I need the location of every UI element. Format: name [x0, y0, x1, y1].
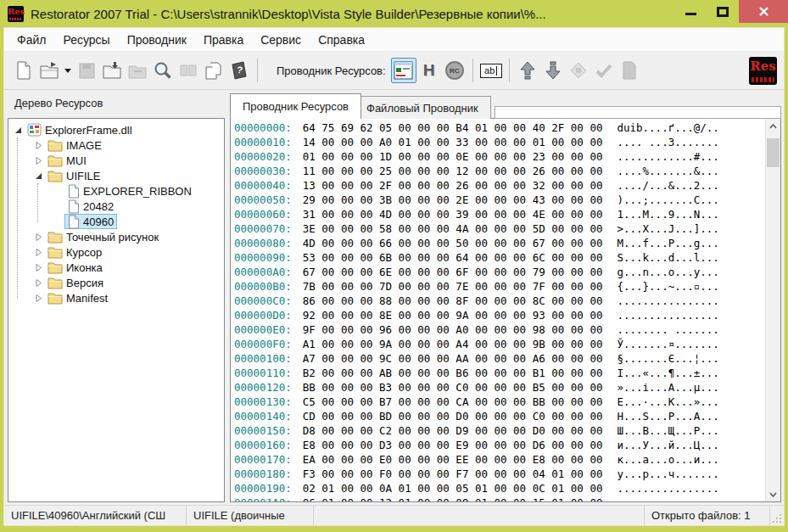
duplicate-button[interactable]	[201, 58, 226, 83]
tree-item-40960[interactable]: 40960	[8, 214, 224, 229]
hex-ascii: M...f...P...g...	[617, 237, 718, 249]
menu-explorer[interactable]: Проводник	[119, 30, 195, 50]
tree-item-иконка[interactable]: Иконка	[8, 260, 224, 275]
resource-tree[interactable]: ExplorerFrame.dllIMAGEMUIUIFILEEXPLORER_…	[8, 118, 225, 502]
rename-button[interactable]: ab	[478, 58, 504, 83]
hex-bytes: A1 00 00 00 9A 00 00 00 A4 00 00 00 9B 0…	[303, 338, 603, 350]
hex-ascii: І...«...¶...±...	[617, 367, 718, 379]
close-button[interactable]	[739, 0, 788, 23]
hex-ascii: Ў.......¤.......	[617, 338, 718, 350]
tree-item-20482[interactable]: 20482	[8, 199, 224, 214]
hex-row: 000000D0:92 00 00 00 8E 00 00 00 9A 00 0…	[234, 308, 763, 322]
open-file-button[interactable]	[36, 58, 62, 83]
file-icon	[619, 60, 640, 81]
tree-item-версия[interactable]: Версия	[8, 275, 224, 290]
duplicate-icon	[204, 60, 224, 81]
tree-item-body[interactable]: Иконка	[44, 260, 106, 275]
hex-bytes: 9F 00 00 00 96 00 00 00 A0 00 00 00 98 0…	[303, 323, 603, 336]
open-file-icon	[39, 60, 59, 81]
new-file-button[interactable]	[11, 58, 36, 83]
hex-address: 00000110:	[234, 367, 292, 379]
tree-item-image[interactable]: IMAGE	[8, 137, 224, 153]
move-up-button[interactable]	[515, 58, 540, 83]
tree-item-body[interactable]: Manifest	[44, 290, 111, 305]
tree-item-курсор[interactable]: Курсор	[8, 244, 224, 260]
menu-help[interactable]: Справка	[310, 30, 373, 50]
collapse-icon[interactable]	[12, 126, 24, 134]
resize-grip[interactable]	[770, 506, 784, 525]
resource-viewer-toggle[interactable]	[391, 58, 416, 83]
expand-icon[interactable]	[32, 249, 44, 256]
app-icon-text: Res	[8, 7, 25, 16]
toolbar-separator	[472, 59, 473, 82]
new-file-icon	[14, 60, 34, 81]
expand-icon[interactable]	[32, 279, 44, 287]
tree-item-body[interactable]: Точечный рисунок	[44, 229, 162, 244]
hex-viewer[interactable]: 00000000:64 75 69 62 05 00 00 00 B4 01 0…	[230, 118, 781, 502]
tree-item-label: 40960	[83, 216, 114, 228]
status-open-files: Открыто файлов: 1	[645, 506, 770, 525]
expand-icon[interactable]	[32, 294, 44, 302]
menu-file[interactable]: Файл	[8, 30, 54, 50]
tree-item-body[interactable]: UIFILE	[44, 168, 103, 183]
scroll-up-button[interactable]	[766, 119, 780, 133]
assign-icon	[127, 60, 148, 81]
status-bar: UIFILE\40960\Английский (СШ UIFILE (двои…	[4, 505, 784, 525]
tree-item-explorerframe-dll[interactable]: ExplorerFrame.dll	[8, 122, 224, 137]
expand-icon[interactable]	[32, 142, 44, 149]
hex-row: 000001A0:06 01 00 00 12 01 00 00 09 01 0…	[234, 496, 763, 501]
tree-item-body[interactable]: Версия	[44, 275, 107, 290]
scroll-down-button[interactable]	[766, 487, 780, 501]
extract-button[interactable]	[99, 58, 125, 83]
tree-item-body[interactable]: ExplorerFrame.dll	[24, 122, 136, 137]
hex-row: 00000130:C5 00 00 00 B7 00 00 00 CA 00 0…	[234, 395, 763, 409]
help-button[interactable]: ?	[226, 58, 252, 83]
hex-address: 00000010:	[234, 136, 292, 148]
expand-icon[interactable]	[32, 233, 44, 241]
maximize-button[interactable]	[707, 0, 739, 23]
tree-item-body[interactable]: IMAGE	[44, 137, 105, 153]
tab-file-explorer[interactable]: Файловый Проводник	[354, 96, 491, 119]
rc-view-button[interactable]: RC	[442, 58, 467, 83]
grab-button	[176, 58, 201, 83]
menu-resources[interactable]: Ресурсы	[54, 30, 118, 50]
hex-row: 00000180:F3 00 00 00 F0 00 00 00 F7 00 0…	[234, 467, 763, 481]
tree-item-body[interactable]: EXPLORER_RIBBON	[64, 183, 195, 199]
minimize-button[interactable]	[674, 0, 707, 23]
hex-scrollbar[interactable]	[765, 119, 780, 501]
scrollbar-thumb[interactable]	[767, 138, 780, 167]
tab-strip-filler	[495, 106, 781, 119]
tree-item-точечный-рисунок[interactable]: Точечный рисунок	[8, 229, 224, 244]
hex-address: 00000080:	[234, 237, 292, 249]
tree-item-body[interactable]: 20482	[64, 199, 117, 214]
menu-bar: Файл Ресурсы Проводник Правка Сервис Спр…	[4, 28, 784, 52]
tree-item-body[interactable]: Курсор	[44, 244, 105, 260]
folder-icon	[48, 292, 63, 305]
titlebar[interactable]: Res Restorator 2007 Trial - C:\Users\str…	[0, 0, 788, 27]
tree-item-mui[interactable]: MUI	[8, 153, 224, 168]
hex-address: 00000150:	[234, 424, 292, 437]
explorer-mode-label: Проводник Ресурсов:	[277, 64, 386, 77]
hex-row: 00000190:02 01 00 00 0A 01 00 00 05 01 0…	[234, 481, 763, 496]
expand-icon[interactable]	[32, 264, 44, 272]
tab-resource-explorer[interactable]: Проводник Ресурсов	[230, 93, 361, 119]
open-dropdown-button[interactable]	[62, 58, 74, 83]
hex-ascii: ................	[617, 294, 718, 307]
app-window: Res Restorator 2007 Trial - C:\Users\str…	[0, 0, 788, 532]
tree-item-uifile[interactable]: UIFILE	[8, 168, 224, 183]
find-button[interactable]	[150, 58, 176, 83]
open-dropdown-icon	[64, 67, 72, 74]
tree-item-explorer-ribbon[interactable]: EXPLORER_RIBBON	[8, 183, 224, 199]
toolbar-separator	[257, 59, 258, 82]
hex-view-button[interactable]: H	[416, 58, 442, 83]
hex-bytes: EA 00 00 00 E0 00 00 00 EE 00 00 00 E8 0…	[303, 453, 603, 466]
move-down-button[interactable]	[540, 58, 566, 83]
tree-item-body[interactable]: MUI	[44, 153, 90, 168]
tree-item-manifest[interactable]: Manifest	[8, 290, 224, 305]
collapse-icon[interactable]	[32, 172, 44, 180]
menu-tools[interactable]: Сервис	[252, 30, 310, 50]
hex-address: 00000040:	[234, 179, 292, 192]
menu-edit[interactable]: Правка	[195, 30, 252, 50]
expand-icon[interactable]	[32, 157, 44, 165]
tree-selection[interactable]: 40960	[64, 214, 117, 229]
